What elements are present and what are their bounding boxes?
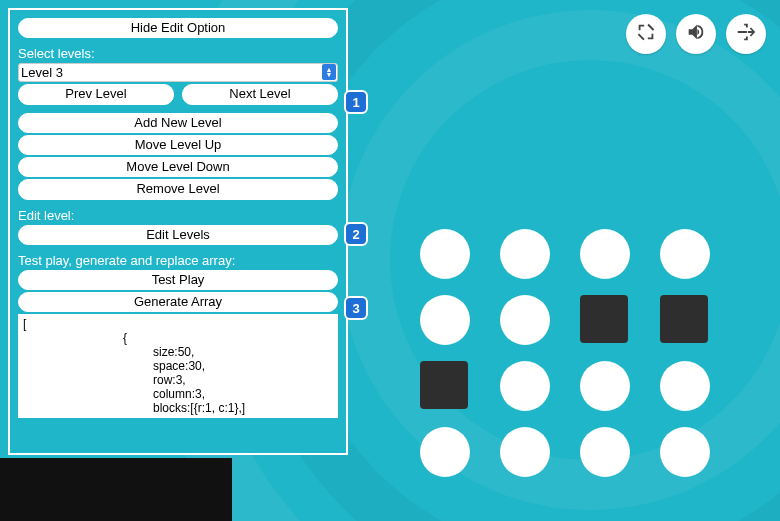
grid-cell[interactable] xyxy=(580,427,630,477)
top-icon-bar xyxy=(626,14,766,54)
test-play-label: Test play, generate and replace array: xyxy=(18,253,338,268)
exit-button[interactable] xyxy=(726,14,766,54)
dot-icon xyxy=(500,229,550,279)
dot-icon xyxy=(580,361,630,411)
block-icon xyxy=(580,295,628,343)
dot-icon xyxy=(500,361,550,411)
generate-array-button[interactable]: Generate Array xyxy=(18,292,338,312)
dot-icon xyxy=(660,427,710,477)
callout-badge-1: 1 xyxy=(344,90,368,114)
game-grid[interactable] xyxy=(420,229,710,493)
dot-icon xyxy=(420,295,470,345)
bottom-strip xyxy=(0,458,232,521)
callout-badge-3: 3 xyxy=(344,296,368,320)
grid-cell[interactable] xyxy=(660,361,710,411)
grid-cell[interactable] xyxy=(420,295,470,345)
edit-level-label: Edit level: xyxy=(18,208,338,223)
grid-cell[interactable] xyxy=(420,229,470,279)
dot-icon xyxy=(580,229,630,279)
fullscreen-button[interactable] xyxy=(626,14,666,54)
grid-cell[interactable] xyxy=(580,361,630,411)
editor-panel: Hide Edit Option Select levels: Level 3 … xyxy=(8,8,348,455)
dot-icon xyxy=(420,229,470,279)
select-arrows-icon: ▲▼ xyxy=(322,64,336,80)
grid-row xyxy=(420,295,710,361)
next-level-button[interactable]: Next Level xyxy=(182,84,338,104)
grid-row xyxy=(420,361,710,427)
grid-cell[interactable] xyxy=(660,295,710,345)
dot-icon xyxy=(500,295,550,345)
move-level-down-button[interactable]: Move Level Down xyxy=(18,157,338,177)
block-icon xyxy=(420,361,468,409)
grid-cell[interactable] xyxy=(500,427,550,477)
array-output[interactable] xyxy=(18,314,338,418)
dot-icon xyxy=(660,361,710,411)
grid-cell[interactable] xyxy=(580,295,630,345)
add-level-button[interactable]: Add New Level xyxy=(18,113,338,133)
dot-icon xyxy=(660,229,710,279)
grid-row xyxy=(420,229,710,295)
grid-cell[interactable] xyxy=(420,427,470,477)
speaker-icon xyxy=(685,21,707,47)
dot-icon xyxy=(580,427,630,477)
dot-icon xyxy=(500,427,550,477)
grid-cell[interactable] xyxy=(420,361,470,411)
grid-cell[interactable] xyxy=(500,295,550,345)
grid-cell[interactable] xyxy=(660,427,710,477)
fullscreen-icon xyxy=(635,21,657,47)
move-level-up-button[interactable]: Move Level Up xyxy=(18,135,338,155)
test-play-button[interactable]: Test Play xyxy=(18,270,338,290)
grid-cell[interactable] xyxy=(660,229,710,279)
grid-cell[interactable] xyxy=(500,229,550,279)
grid-cell[interactable] xyxy=(580,229,630,279)
edit-levels-button[interactable]: Edit Levels xyxy=(18,225,338,245)
block-icon xyxy=(660,295,708,343)
hide-edit-button[interactable]: Hide Edit Option xyxy=(18,18,338,38)
sound-button[interactable] xyxy=(676,14,716,54)
exit-icon xyxy=(735,21,757,47)
grid-cell[interactable] xyxy=(500,361,550,411)
dot-icon xyxy=(420,427,470,477)
remove-level-button[interactable]: Remove Level xyxy=(18,179,338,199)
callout-badge-2: 2 xyxy=(344,222,368,246)
level-select[interactable]: Level 3 xyxy=(18,63,338,82)
select-levels-label: Select levels: xyxy=(18,46,338,61)
game-stage: Hide Edit Option Select levels: Level 3 … xyxy=(0,0,780,521)
prev-level-button[interactable]: Prev Level xyxy=(18,84,174,104)
grid-row xyxy=(420,427,710,493)
